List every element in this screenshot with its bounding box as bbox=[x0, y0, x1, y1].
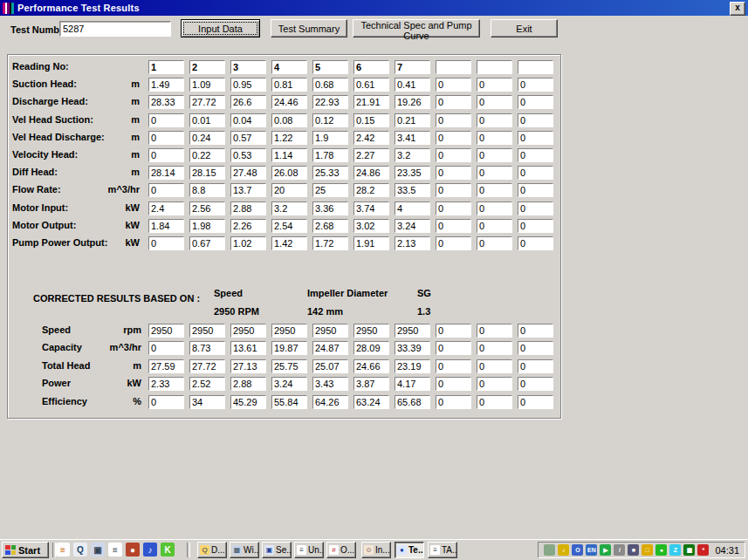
corrected-value-input[interactable] bbox=[230, 395, 266, 409]
corrected-value-input[interactable] bbox=[312, 324, 348, 338]
reading-value-input[interactable] bbox=[353, 60, 389, 74]
reading-value-input[interactable] bbox=[148, 166, 184, 180]
reading-value-input[interactable] bbox=[148, 148, 184, 162]
reading-value-input[interactable] bbox=[477, 113, 512, 127]
reading-value-input[interactable] bbox=[148, 113, 184, 127]
media-icon[interactable]: ♪ bbox=[143, 543, 157, 557]
corrected-value-input[interactable] bbox=[477, 324, 512, 338]
corrected-value-input[interactable] bbox=[189, 377, 225, 391]
corrected-value-input[interactable] bbox=[312, 359, 348, 373]
corrected-value-input[interactable] bbox=[271, 359, 307, 373]
corrected-value-input[interactable] bbox=[477, 341, 512, 355]
reading-value-input[interactable] bbox=[353, 166, 389, 180]
corrected-value-input[interactable] bbox=[395, 377, 430, 391]
corrected-value-input[interactable] bbox=[312, 395, 348, 409]
reading-value-input[interactable] bbox=[353, 78, 389, 92]
reading-value-input[interactable] bbox=[189, 95, 225, 109]
search-icon[interactable]: Q bbox=[73, 543, 87, 557]
reading-value-input[interactable] bbox=[395, 148, 430, 162]
corrected-value-input[interactable] bbox=[477, 359, 512, 373]
reading-value-input[interactable] bbox=[477, 236, 512, 250]
corrected-value-input[interactable] bbox=[189, 395, 225, 409]
corrected-value-input[interactable] bbox=[148, 395, 184, 409]
corrected-value-input[interactable] bbox=[271, 341, 307, 355]
corrected-value-input[interactable] bbox=[395, 395, 430, 409]
reading-value-input[interactable] bbox=[271, 113, 307, 127]
reading-value-input[interactable] bbox=[312, 148, 348, 162]
corrected-value-input[interactable] bbox=[395, 341, 430, 355]
k-app-icon[interactable]: K bbox=[161, 543, 175, 557]
corrected-value-input[interactable] bbox=[477, 395, 512, 409]
reading-value-input[interactable] bbox=[230, 201, 266, 215]
reading-value-input[interactable] bbox=[312, 60, 348, 74]
reading-value-input[interactable] bbox=[518, 148, 553, 162]
taskbar-task[interactable]: ●Te... bbox=[395, 542, 424, 558]
taskbar-task[interactable]: ≡TA... bbox=[428, 542, 457, 558]
reading-value-input[interactable] bbox=[436, 219, 471, 233]
reading-value-input[interactable] bbox=[353, 183, 389, 197]
reading-value-input[interactable] bbox=[436, 95, 471, 109]
reading-value-input[interactable] bbox=[477, 148, 512, 162]
reading-value-input[interactable] bbox=[518, 201, 553, 215]
reading-value-input[interactable] bbox=[148, 219, 184, 233]
corrected-value-input[interactable] bbox=[395, 324, 430, 338]
hand-icon[interactable] bbox=[544, 544, 555, 556]
reading-value-input[interactable] bbox=[477, 78, 512, 92]
reading-value-input[interactable] bbox=[271, 148, 307, 162]
corrected-value-input[interactable] bbox=[436, 359, 471, 373]
printer-icon[interactable]: ■ bbox=[628, 544, 639, 556]
close-icon[interactable]: x bbox=[730, 2, 745, 16]
reading-value-input[interactable] bbox=[477, 201, 512, 215]
reading-value-input[interactable] bbox=[395, 183, 430, 197]
corrected-value-input[interactable] bbox=[189, 324, 225, 338]
bug-icon[interactable]: * bbox=[697, 544, 709, 556]
reading-value-input[interactable] bbox=[189, 113, 225, 127]
corrected-value-input[interactable] bbox=[271, 377, 307, 391]
taskbar-task[interactable]: ▣Se... bbox=[262, 542, 292, 558]
reading-value-input[interactable] bbox=[148, 201, 184, 215]
reading-value-input[interactable] bbox=[395, 201, 430, 215]
reading-value-input[interactable] bbox=[477, 60, 512, 74]
reading-value-input[interactable] bbox=[518, 131, 553, 145]
reading-value-input[interactable] bbox=[271, 78, 307, 92]
reading-value-input[interactable] bbox=[477, 95, 512, 109]
corrected-value-input[interactable] bbox=[353, 359, 389, 373]
reading-value-input[interactable] bbox=[312, 95, 348, 109]
reading-value-input[interactable] bbox=[353, 131, 389, 145]
corrected-value-input[interactable] bbox=[312, 377, 348, 391]
reading-value-input[interactable] bbox=[477, 183, 512, 197]
reading-value-input[interactable] bbox=[148, 60, 184, 74]
reading-value-input[interactable] bbox=[518, 236, 553, 250]
reading-value-input[interactable] bbox=[189, 60, 225, 74]
reading-value-input[interactable] bbox=[518, 219, 553, 233]
reading-value-input[interactable] bbox=[395, 78, 430, 92]
reading-value-input[interactable] bbox=[189, 236, 225, 250]
pencil-icon[interactable]: / bbox=[614, 544, 625, 556]
reading-value-input[interactable] bbox=[189, 148, 225, 162]
input-data-button[interactable]: Input Data bbox=[181, 19, 260, 38]
reading-value-input[interactable] bbox=[271, 166, 307, 180]
reading-value-input[interactable] bbox=[230, 148, 266, 162]
corrected-value-input[interactable] bbox=[518, 395, 553, 409]
corrected-value-input[interactable] bbox=[353, 324, 389, 338]
reading-value-input[interactable] bbox=[518, 166, 553, 180]
reading-value-input[interactable] bbox=[353, 219, 389, 233]
reading-value-input[interactable] bbox=[230, 131, 266, 145]
corrected-value-input[interactable] bbox=[189, 341, 225, 355]
corrected-value-input[interactable] bbox=[353, 377, 389, 391]
corrected-value-input[interactable] bbox=[353, 395, 389, 409]
reading-value-input[interactable] bbox=[271, 201, 307, 215]
reading-value-input[interactable] bbox=[353, 113, 389, 127]
corrected-value-input[interactable] bbox=[518, 377, 553, 391]
corrected-value-input[interactable] bbox=[395, 359, 430, 373]
reading-value-input[interactable] bbox=[189, 201, 225, 215]
reading-value-input[interactable] bbox=[271, 219, 307, 233]
reading-value-input[interactable] bbox=[148, 131, 184, 145]
reading-value-input[interactable] bbox=[518, 113, 553, 127]
reading-value-input[interactable] bbox=[436, 236, 471, 250]
reading-value-input[interactable] bbox=[436, 201, 471, 215]
corrected-value-input[interactable] bbox=[148, 341, 184, 355]
taskbar-task[interactable]: ☺In... bbox=[361, 542, 391, 558]
reading-value-input[interactable] bbox=[230, 60, 266, 74]
reading-value-input[interactable] bbox=[148, 95, 184, 109]
